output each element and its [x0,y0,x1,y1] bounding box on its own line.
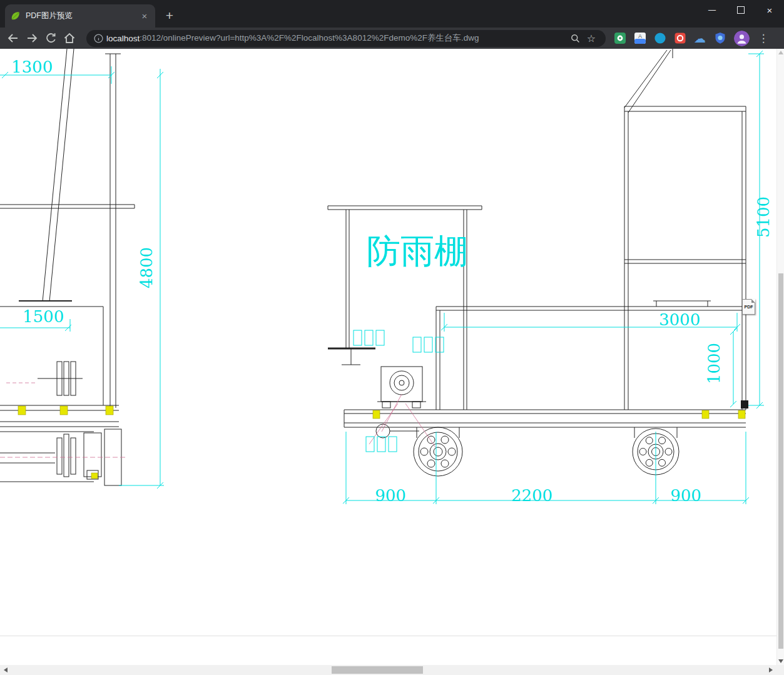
dim-hopper-width: 1500 [23,307,64,326]
canopy-label: 防雨棚 [367,231,468,271]
home-button[interactable] [61,29,78,47]
profile-avatar[interactable] [734,31,750,46]
extension-icon-3[interactable] [653,32,666,45]
dim-right-height: 5100 [754,196,773,238]
dim-axle-left: 900 [375,486,406,505]
dim-axle-right: 900 [670,486,701,505]
tab-bar: PDF图片预览 × + — × [0,0,784,28]
pdf-fold-corner [751,299,755,303]
scroll-down-icon[interactable] [778,659,783,663]
browser-tab[interactable]: PDF图片预览 × [5,4,155,28]
address-bar[interactable]: localhost:8012/onlinePreview?url=http%3A… [86,30,606,47]
url-host: localhost [106,34,140,43]
scroll-up-icon[interactable] [778,51,783,54]
vertical-scrollbar[interactable] [776,49,784,665]
tab-close-icon[interactable]: × [139,11,150,22]
dim-axle-center: 2200 [511,486,552,505]
extension-icon-translate[interactable]: A [633,32,646,45]
zoom-icon[interactable] [567,33,583,44]
scroll-right-icon[interactable] [769,667,773,672]
maximize-button[interactable] [726,0,755,20]
url-path: :8012/onlinePreview?url=http%3A%2F%2Floc… [140,33,567,44]
shield-extension-icon[interactable] [713,32,726,45]
window-close-button[interactable]: × [755,0,784,20]
dim-deck-length: 3000 [659,310,700,329]
scrollbar-corner [776,665,784,675]
reload-button[interactable] [42,29,59,47]
forward-button[interactable] [23,29,41,47]
page-boundary [0,636,776,636]
dwg-preview-page: 1300 4800 1500 3000 1000 5100 900 2200 9… [0,49,784,665]
dim-top-width: 1300 [11,58,53,76]
dim-deck-height: 1000 [705,343,723,384]
maximize-icon [737,6,745,14]
tab-title: PDF图片预览 [26,11,139,21]
horizontal-scrollbar-thumb[interactable] [332,666,423,674]
browser-menu-icon[interactable]: ⋮ [756,32,771,45]
extension-icon-4[interactable] [673,32,686,45]
extension-icon-1[interactable] [613,32,626,45]
bookmark-star-icon[interactable]: ☆ [583,33,599,44]
pdf-file-icon[interactable]: PDF [742,299,755,315]
page-info-icon[interactable] [90,33,106,44]
back-button[interactable] [4,29,22,47]
horizontal-scrollbar[interactable] [0,665,784,675]
navigation-bar: localhost:8012/onlinePreview?url=http%3A… [0,28,784,49]
spring-favicon [10,11,20,21]
svg-text:A: A [638,33,641,39]
cad-drawing: 1300 4800 1500 3000 1000 5100 900 2200 9… [0,49,776,636]
vertical-scrollbar-thumb[interactable] [778,273,783,649]
minimize-button[interactable]: — [698,0,726,20]
scroll-left-icon[interactable] [4,667,8,672]
cloud-extension-icon[interactable]: ☁ [693,32,706,45]
extensions-area: A ☁ [613,32,726,45]
new-tab-button[interactable]: + [161,8,178,24]
dim-left-height: 4800 [137,247,156,288]
